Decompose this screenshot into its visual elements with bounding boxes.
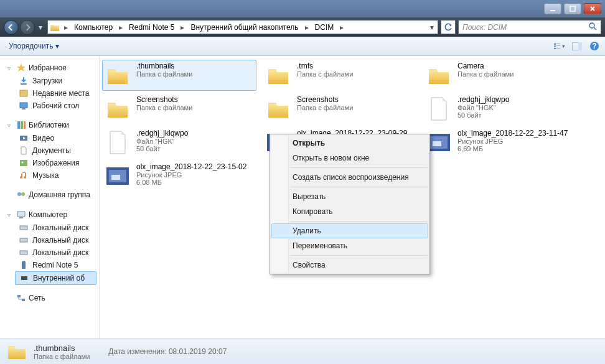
- minimize-button[interactable]: [544, 3, 561, 14]
- history-dropdown[interactable]: ▾: [36, 20, 45, 35]
- ctx-open-new[interactable]: Открыть в новом окне: [271, 151, 428, 166]
- view-button[interactable]: ▾: [554, 40, 565, 52]
- svg-rect-15: [20, 103, 27, 108]
- file-item[interactable]: .thumbnailsПапка с файлами: [102, 60, 256, 91]
- back-button[interactable]: [4, 20, 19, 35]
- file-meta: Папка с файлами: [136, 104, 192, 111]
- sidebar-favorites[interactable]: ▿Избранное: [0, 61, 99, 75]
- svg-rect-0: [550, 10, 555, 11]
- file-item[interactable]: olx_image_2018-12-22_23-15-02Рисунок JPE…: [102, 161, 256, 192]
- sidebar-item-disk[interactable]: Локальный диск: [0, 222, 99, 234]
- preview-pane-button[interactable]: [571, 40, 583, 52]
- file-meta: Папка с файлами: [136, 70, 192, 78]
- ctx-properties[interactable]: Свойства: [271, 258, 428, 273]
- file-name: .redghj_jklqwpo: [136, 129, 188, 138]
- refresh-button[interactable]: [441, 20, 456, 34]
- close-button[interactable]: [584, 3, 601, 14]
- forward-button[interactable]: [20, 20, 35, 35]
- svg-rect-13: [21, 83, 27, 85]
- sidebar-item-music[interactable]: Музыка: [0, 169, 99, 182]
- search-input[interactable]: Поиск: DCIM: [458, 20, 601, 34]
- sidebar-item-videos[interactable]: Видео: [0, 132, 99, 144]
- file-meta: Файл "HGK": [136, 138, 188, 145]
- image-icon: [104, 162, 131, 190]
- address-dropdown[interactable]: ▾: [426, 23, 438, 32]
- file-name: Camera: [457, 62, 514, 70]
- sidebar-computer[interactable]: ▿Компьютер: [0, 208, 99, 222]
- folder-icon: [265, 95, 292, 123]
- sidebar-item-desktop[interactable]: Рабочий стол: [0, 100, 99, 112]
- file-size: 50 байт: [136, 145, 188, 152]
- sidebar[interactable]: ▿Избранное Загрузки Недавние места Рабоч…: [0, 56, 100, 338]
- toolbar: Упорядочить ▾ ▾ ?: [0, 37, 605, 56]
- nav-row: ▾ ▸ Компьютер ▸ Redmi Note 5 ▸ Внутренни…: [0, 17, 605, 37]
- nav-buttons: ▾: [4, 20, 45, 35]
- svg-rect-28: [20, 238, 27, 242]
- file-meta: Папка с файлами: [297, 104, 353, 111]
- crumb-storage[interactable]: Внутренний общий накопитель: [187, 21, 302, 34]
- crumb-device[interactable]: Redmi Note 5: [125, 21, 178, 34]
- sidebar-item-recent[interactable]: Недавние места: [0, 87, 99, 100]
- status-info: .thumbnails Папка с файлами: [34, 343, 90, 360]
- svg-rect-7: [554, 48, 556, 49]
- file-size: 50 байт: [457, 111, 509, 119]
- file-item[interactable]: .redghj_jklqwpoФайл "HGK"50 байт: [102, 127, 256, 158]
- file-name: Screenshots: [297, 95, 353, 104]
- help-button[interactable]: ?: [589, 40, 600, 52]
- file-name: .thumbnails: [136, 62, 192, 70]
- sidebar-libraries[interactable]: ▿Библиотеки: [0, 118, 99, 132]
- svg-text:?: ?: [592, 42, 596, 50]
- sidebar-item-disk[interactable]: Локальный диск: [0, 234, 99, 246]
- file-area[interactable]: .thumbnailsПапка с файлами.tmfsПапка с ф…: [100, 56, 605, 338]
- sidebar-item-storage[interactable]: Внутренний об: [15, 271, 96, 285]
- file-item[interactable]: .tmfsПапка с файлами: [263, 60, 417, 91]
- sidebar-homegroup[interactable]: Домашняя группа: [0, 188, 99, 202]
- sidebar-item-documents[interactable]: Документы: [0, 144, 99, 157]
- svg-rect-31: [21, 276, 27, 280]
- folder-icon: [104, 62, 131, 89]
- ctx-copy[interactable]: Копировать: [271, 204, 428, 219]
- file-item[interactable]: ScreenshotsПапка с файлами: [263, 93, 417, 124]
- file-meta: Файл "HGK": [457, 104, 509, 111]
- folder-icon: [48, 23, 62, 32]
- file-item[interactable]: olx_image_2018-12-22_23-11-47Рисунок JPE…: [423, 127, 578, 158]
- file-meta: Папка с файлами: [457, 70, 514, 78]
- file-size: 6,69 МБ: [457, 145, 568, 152]
- svg-point-2: [589, 23, 594, 28]
- file-item[interactable]: CameraПапка с файлами: [423, 60, 578, 91]
- ctx-rename[interactable]: Переименовать: [271, 238, 428, 253]
- organize-button[interactable]: Упорядочить ▾: [5, 40, 63, 52]
- crumb-computer[interactable]: Компьютер: [70, 21, 116, 34]
- svg-rect-1: [570, 6, 575, 11]
- svg-rect-6: [556, 45, 561, 46]
- file-meta: Рисунок JPEG: [136, 171, 246, 179]
- folder-icon: [6, 342, 27, 361]
- crumb-folder[interactable]: DCIM: [311, 21, 338, 34]
- ctx-delete[interactable]: Удалить: [271, 223, 428, 238]
- status-name: .thumbnails: [34, 343, 90, 353]
- file-icon: [425, 95, 453, 123]
- sidebar-item-disk[interactable]: Локальный диск: [0, 246, 99, 259]
- svg-point-23: [17, 192, 21, 196]
- address-bar[interactable]: ▸ Компьютер ▸ Redmi Note 5 ▸ Внутренний …: [47, 20, 438, 34]
- ctx-cut[interactable]: Вырезать: [271, 189, 428, 204]
- content-area: ▿Избранное Загрузки Недавние места Рабоч…: [0, 56, 605, 338]
- folder-icon: [104, 95, 131, 123]
- sidebar-item-downloads[interactable]: Загрузки: [0, 75, 99, 87]
- folder-icon: [425, 62, 453, 89]
- file-item[interactable]: .redghj_jklqwpoФайл "HGK"50 байт: [423, 93, 578, 124]
- svg-rect-14: [20, 90, 27, 96]
- file-item[interactable]: ScreenshotsПапка с файлами: [102, 93, 256, 124]
- status-date: Дата изменения: 08.01.2019 20:07: [108, 347, 227, 356]
- sidebar-item-phone[interactable]: Redmi Note 5: [0, 259, 99, 271]
- svg-rect-27: [20, 226, 27, 230]
- svg-point-22: [22, 162, 24, 164]
- sidebar-network[interactable]: Сеть: [0, 291, 99, 305]
- sidebar-item-pictures[interactable]: Изображения: [0, 157, 99, 169]
- maximize-button[interactable]: [564, 3, 581, 14]
- ctx-playlist[interactable]: Создать список воспроизведения: [271, 170, 428, 185]
- status-bar: .thumbnails Папка с файлами Дата изменен…: [0, 338, 605, 364]
- ctx-open[interactable]: Открыть: [271, 136, 428, 151]
- search-icon: [589, 22, 597, 32]
- svg-rect-3: [554, 44, 556, 45]
